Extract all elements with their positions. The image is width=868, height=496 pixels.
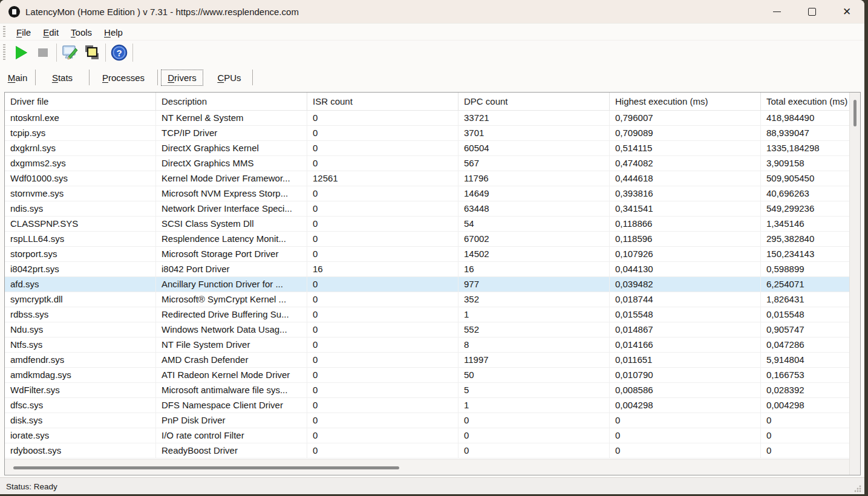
vertical-scrollbar-thumb[interactable] bbox=[853, 100, 857, 126]
toolbar-grip[interactable] bbox=[3, 26, 5, 38]
cell-highest-execution: 0,341541 bbox=[610, 201, 761, 217]
table-row[interactable]: i8042prt.sys i8042 Port Driver 16 16 0,0… bbox=[5, 262, 849, 277]
cell-highest-execution: 0,008586 bbox=[610, 383, 761, 398]
table-row[interactable]: rdbss.sys Redirected Drive Buffering Su.… bbox=[5, 307, 849, 322]
column-header-highest-execution[interactable]: Highest execution (ms) bbox=[610, 93, 761, 111]
cell-highest-execution: 0,015548 bbox=[610, 307, 761, 322]
table-row[interactable]: rdyboost.sys ReadyBoost Driver 0 0 0 0 bbox=[5, 443, 849, 458]
cell-description: i8042 Port Driver bbox=[156, 262, 307, 277]
cell-driver-file: storport.sys bbox=[5, 247, 156, 262]
cell-dpc-count: 14649 bbox=[458, 186, 610, 201]
cell-description: PnP Disk Driver bbox=[156, 413, 307, 428]
cell-driver-file: amdfendr.sys bbox=[5, 353, 156, 368]
play-icon bbox=[16, 46, 27, 59]
minimize-button[interactable] bbox=[759, 0, 794, 23]
table-row[interactable]: symcryptk.dll Microsoft® SymCrypt Kernel… bbox=[5, 292, 849, 307]
menu-help[interactable]: Help bbox=[98, 25, 129, 39]
tab-main[interactable]: Main bbox=[0, 68, 35, 86]
cell-dpc-count: 552 bbox=[458, 322, 610, 338]
cell-isr-count: 0 bbox=[307, 443, 458, 458]
table-row[interactable]: tcpip.sys TCP/IP Driver 0 3701 0,709089 … bbox=[5, 126, 849, 141]
cell-total-execution: 0,028392 bbox=[761, 383, 849, 398]
cell-driver-file: ndis.sys bbox=[5, 201, 156, 217]
cell-highest-execution: 0 bbox=[610, 428, 761, 443]
tab-cpus[interactable]: CPUs bbox=[206, 68, 252, 86]
toolbar-grip[interactable] bbox=[3, 44, 5, 61]
cell-total-execution: 1,345146 bbox=[761, 217, 849, 232]
table-row[interactable]: Wdf01000.sys Kernel Mode Driver Framewor… bbox=[5, 171, 849, 186]
cell-driver-file: amdkmdag.sys bbox=[5, 368, 156, 383]
title-bar[interactable]: LatencyMon (Home Edition ) v 7.31 - http… bbox=[0, 0, 864, 23]
table-row[interactable]: amdfendr.sys AMD Crash Defender 0 11997 … bbox=[5, 353, 849, 368]
cell-driver-file: tcpip.sys bbox=[5, 126, 156, 141]
cell-description: Microsoft Storage Port Driver bbox=[156, 247, 307, 262]
column-header-driver-file[interactable]: Driver file bbox=[5, 93, 156, 111]
cell-highest-execution: 0,393816 bbox=[610, 186, 761, 201]
help-button[interactable]: ? bbox=[108, 43, 130, 62]
cell-dpc-count: 63448 bbox=[458, 201, 610, 217]
cell-total-execution: 0,015548 bbox=[761, 307, 849, 322]
column-header-description[interactable]: Description bbox=[156, 93, 307, 111]
table-row[interactable]: stornvme.sys Microsoft NVM Express Storp… bbox=[5, 186, 849, 201]
table-row[interactable]: afd.sys Ancillary Function Driver for ..… bbox=[5, 277, 849, 292]
cell-description: SCSI Class System Dll bbox=[156, 217, 307, 232]
tab-drivers[interactable]: Drivers bbox=[158, 68, 206, 86]
cell-isr-count: 0 bbox=[307, 398, 458, 413]
report-button[interactable] bbox=[81, 43, 103, 62]
column-header-dpc-count[interactable]: DPC count bbox=[458, 93, 610, 111]
table-body: ntoskrnl.exe NT Kernel & System 0 33721 … bbox=[5, 111, 849, 458]
column-header-isr-count[interactable]: ISR count bbox=[307, 93, 458, 111]
table-row[interactable]: disk.sys PnP Disk Driver 0 0 0 0 bbox=[5, 413, 849, 428]
cell-total-execution: 3,909158 bbox=[761, 156, 849, 171]
resize-grip[interactable] bbox=[853, 485, 862, 493]
cell-driver-file: stornvme.sys bbox=[5, 186, 156, 201]
cell-total-execution: 88,939047 bbox=[761, 126, 849, 141]
cell-description: DirectX Graphics Kernel bbox=[156, 141, 307, 156]
column-header-total-execution[interactable]: Total execution (ms) bbox=[761, 93, 849, 111]
table-row[interactable]: rspLLL64.sys Resplendence Latency Monit.… bbox=[5, 232, 849, 247]
table-row[interactable]: CLASSPNP.SYS SCSI Class System Dll 0 54 … bbox=[5, 217, 849, 232]
cell-total-execution: 1335,184298 bbox=[761, 141, 849, 156]
table-row[interactable]: Ndu.sys Windows Network Data Usag... 0 5… bbox=[5, 322, 849, 338]
cell-highest-execution: 0,014166 bbox=[610, 338, 761, 353]
table-row[interactable]: Ntfs.sys NT File System Driver 0 8 0,014… bbox=[5, 338, 849, 353]
cell-dpc-count: 14502 bbox=[458, 247, 610, 262]
cell-highest-execution: 0,018744 bbox=[610, 292, 761, 307]
cell-dpc-count: 1 bbox=[458, 398, 610, 413]
monitor-pencil-icon bbox=[61, 44, 79, 62]
table-row[interactable]: ntoskrnl.exe NT Kernel & System 0 33721 … bbox=[5, 111, 849, 126]
stop-monitor-button[interactable] bbox=[32, 43, 54, 62]
toolbar-separator bbox=[56, 44, 57, 62]
cell-highest-execution: 0,004298 bbox=[610, 398, 761, 413]
cell-dpc-count: 16 bbox=[458, 262, 610, 277]
close-button[interactable]: ✕ bbox=[829, 0, 864, 23]
table-row[interactable]: dxgkrnl.sys DirectX Graphics Kernel 0 60… bbox=[5, 141, 849, 156]
vertical-scrollbar[interactable] bbox=[849, 93, 860, 475]
tab-stats[interactable]: Stats bbox=[36, 68, 89, 86]
cell-description: Kernel Mode Driver Framewor... bbox=[156, 171, 307, 186]
cell-description: Microsoft antimalware file sys... bbox=[156, 383, 307, 398]
cell-dpc-count: 1 bbox=[458, 307, 610, 322]
maximize-button[interactable] bbox=[794, 0, 829, 23]
cell-isr-count: 0 bbox=[307, 368, 458, 383]
table-row[interactable]: WdFilter.sys Microsoft antimalware file … bbox=[5, 383, 849, 398]
cell-highest-execution: 0,444618 bbox=[610, 171, 761, 186]
table-row[interactable]: storport.sys Microsoft Storage Port Driv… bbox=[5, 247, 849, 262]
horizontal-scrollbar-thumb[interactable] bbox=[13, 466, 399, 469]
horizontal-scrollbar[interactable] bbox=[5, 459, 849, 475]
cell-dpc-count: 0 bbox=[458, 413, 610, 428]
table-row[interactable]: dxgmms2.sys DirectX Graphics MMS 0 567 0… bbox=[5, 156, 849, 171]
tab-processes[interactable]: Processes bbox=[90, 68, 157, 86]
menu-tools[interactable]: Tools bbox=[65, 25, 98, 39]
options-button[interactable] bbox=[59, 43, 81, 62]
table-row[interactable]: iorate.sys I/O rate control Filter 0 0 0… bbox=[5, 428, 849, 443]
cell-isr-count: 16 bbox=[307, 262, 458, 277]
table-row[interactable]: dfsc.sys DFS Namespace Client Driver 0 1… bbox=[5, 398, 849, 413]
table-row[interactable]: amdkmdag.sys ATI Radeon Kernel Mode Driv… bbox=[5, 368, 849, 383]
start-monitor-button[interactable] bbox=[10, 43, 32, 62]
menu-edit[interactable]: Edit bbox=[37, 25, 65, 39]
cell-description: Network Driver Interface Speci... bbox=[156, 201, 307, 217]
menu-file[interactable]: File bbox=[10, 25, 37, 39]
table-row[interactable]: ndis.sys Network Driver Interface Speci.… bbox=[5, 201, 849, 217]
cell-highest-execution: 0,010790 bbox=[610, 368, 761, 383]
